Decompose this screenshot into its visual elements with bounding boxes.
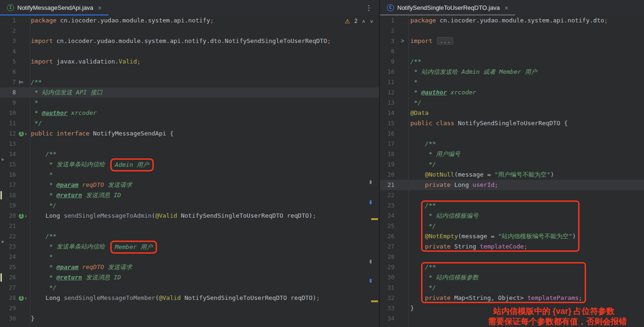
line-number: 5 <box>0 57 16 67</box>
code-line-11[interactable]: 11 */ <box>0 118 379 128</box>
code-line-28[interactable]: 28 <box>380 252 644 262</box>
line-number: 24 <box>380 211 394 221</box>
stripe-mark-info-blue[interactable] <box>370 279 372 283</box>
gutter-slot: > <box>394 36 410 46</box>
code-line-17[interactable]: 17 * @param reqDTO 发送请求 <box>0 180 379 190</box>
code-line-19[interactable]: 19 */ <box>0 200 379 211</box>
gutter-slot: I↓ <box>16 211 31 221</box>
code-line-13[interactable]: 13 <box>0 139 379 149</box>
code-line-18[interactable]: 18 * @return 发送消息 ID <box>0 190 379 200</box>
code-text: */ <box>31 118 42 128</box>
code-line-9[interactable]: 9 * <box>0 98 379 108</box>
code-line-31[interactable]: 31 */ <box>380 283 644 293</box>
code-line-13[interactable]: 13 */ <box>380 98 644 108</box>
close-icon[interactable]: × <box>98 5 102 11</box>
code-line-29[interactable]: 29 <box>0 303 379 313</box>
code-line-1[interactable]: 1package cn.iocoder.yudao.module.system.… <box>380 15 644 26</box>
code-line-10[interactable]: 10 * 站内信发送给 Admin 或者 Member 用户 <box>380 67 644 77</box>
code-text: @NotNull(message = "用户编号不能为空") <box>410 170 554 180</box>
code-line-1[interactable]: 1package cn.iocoder.yudao.module.system.… <box>0 15 379 26</box>
code-line-25[interactable]: 25 * @param reqDTO 发送请求 <box>0 262 379 272</box>
line-number: 9 <box>380 57 394 67</box>
code-line-19[interactable]: 19 */ <box>380 159 644 170</box>
code-line-6[interactable]: 6 <box>0 67 379 77</box>
implemented-arrow-icon: ↓ <box>24 128 27 139</box>
code-line-26[interactable]: 26 * @return 发送消息 ID <box>0 272 379 283</box>
stripe-mark-info-gray[interactable] <box>370 260 372 263</box>
code-text: /** <box>31 231 57 242</box>
code-line-16[interactable]: 16 <box>380 128 644 139</box>
code-line-14[interactable]: 14 /** <box>0 149 379 159</box>
code-text: private Long userId; <box>410 180 498 190</box>
stripe-mark-info-gray[interactable] <box>370 180 372 184</box>
line-number: 8 <box>380 46 394 57</box>
stripe-mark-warning-dash[interactable] <box>371 300 378 302</box>
code-line-8[interactable]: 8 <box>380 46 644 57</box>
code-line-20[interactable]: 20I↓ Long sendSingleMessageToAdmin(@Vali… <box>0 211 379 221</box>
code-line-10[interactable]: 10 * @author xrcoder <box>0 108 379 118</box>
tab-notifysendsingletouserreqdto[interactable]: C NotifySendSingleToUserReqDTO.java × <box>383 0 513 15</box>
code-line-3[interactable]: 3>import ... <box>380 36 644 46</box>
code-text: package cn.iocoder.yudao.module.system.a… <box>31 15 214 26</box>
code-text: @Data <box>410 108 429 118</box>
next-warning-icon[interactable]: ∨ <box>370 19 373 24</box>
code-line-27[interactable]: 27 */ <box>0 283 379 293</box>
code-line-23[interactable]: 23 /** <box>380 200 644 211</box>
line-number: 1 <box>380 15 394 26</box>
code-line-28[interactable]: 28I↓ Long sendSingleMessageToMember(@Val… <box>0 293 379 303</box>
close-icon[interactable]: × <box>504 5 508 11</box>
code-line-15[interactable]: 15 * 发送单条站内信给 Admin 用户 <box>0 159 379 170</box>
toggle-rendered-doc-icon[interactable]: ⊨ <box>19 77 23 87</box>
implemented-icon[interactable]: I <box>19 296 24 301</box>
code-line-17[interactable]: 17 /** <box>380 139 644 149</box>
implemented-icon[interactable]: I <box>19 213 24 219</box>
code-line-7[interactable]: 7⊨/** <box>0 77 379 87</box>
code-line-5[interactable]: 5import javax.validation.Valid; <box>0 57 379 67</box>
code-line-2[interactable]: 2 <box>0 26 379 36</box>
code-text: */ <box>410 221 436 231</box>
code-line-27[interactable]: 27 private String templateCode; <box>380 242 644 252</box>
code-line-24[interactable]: 24 * 站内信模板编号 <box>380 211 644 221</box>
code-line-15[interactable]: 15public class NotifySendSingleToUserReq… <box>380 118 644 128</box>
code-line-23[interactable]: 23 * 发送单条站内信给 Member 用户 <box>0 242 379 252</box>
code-line-21[interactable]: 21 private Long userId; <box>380 180 644 190</box>
code-line-4[interactable]: 4 <box>0 46 379 57</box>
inspections-widget[interactable]: ⚠ 2 ∧ ∨ <box>345 18 373 24</box>
more-options-icon[interactable]: ⋮ <box>365 4 372 12</box>
implemented-icon[interactable]: I <box>19 131 24 136</box>
tab-title: NotifyMessageSendApi.java <box>17 4 93 11</box>
code-line-8[interactable]: 8 * 站内信发送 API 接口 <box>0 87 379 98</box>
code-line-20[interactable]: 20 @NotNull(message = "用户编号不能为空") <box>380 170 644 180</box>
code-line-2[interactable]: 2 <box>380 26 644 36</box>
stripe-mark-warning-dash[interactable] <box>371 218 378 220</box>
code-line-3[interactable]: 3import cn.iocoder.yudao.module.system.a… <box>0 36 379 46</box>
gutter-slot: I↓ <box>16 128 31 139</box>
code-line-30[interactable]: 30} <box>0 313 379 324</box>
tab-notifymessagesendapi[interactable]: I NotifyMessageSendApi.java × <box>3 0 107 15</box>
stripe-mark-info-blue[interactable] <box>370 200 372 204</box>
code-text: * @return 发送消息 ID <box>31 272 121 283</box>
code-line-22[interactable]: 22 /** <box>0 231 379 242</box>
code-line-25[interactable]: 25 */ <box>380 221 644 231</box>
code-editor-right[interactable]: 1package cn.iocoder.yudao.module.system.… <box>380 15 644 327</box>
code-editor-left[interactable]: 1package cn.iocoder.yudao.module.system.… <box>0 15 379 327</box>
prev-warning-icon[interactable]: ∧ <box>362 19 365 24</box>
code-line-12[interactable]: 12 * @author xrcoder <box>380 87 644 98</box>
code-line-12[interactable]: 12I↓public interface NotifyMessageSendAp… <box>0 128 379 139</box>
code-line-30[interactable]: 30 * 站内信模板参数 <box>380 272 644 283</box>
code-line-29[interactable]: 29 /** <box>380 262 644 272</box>
code-line-11[interactable]: 11 * <box>380 77 644 87</box>
code-line-9[interactable]: 9/** <box>380 57 644 67</box>
code-line-14[interactable]: 14@Data <box>380 108 644 118</box>
code-line-22[interactable]: 22 <box>380 190 644 200</box>
code-line-32[interactable]: 32 private Map<String, Object> templateP… <box>380 293 644 303</box>
line-number: 19 <box>380 159 394 170</box>
code-line-21[interactable]: 21 <box>0 221 379 231</box>
code-line-26[interactable]: 26 @NotEmpty(message = "站内信模板编号不能为空") <box>380 231 644 242</box>
fold-arrow-icon[interactable]: > <box>401 35 404 48</box>
code-line-16[interactable]: 16 * <box>0 170 379 180</box>
code-text: /** <box>410 262 436 272</box>
line-number: 10 <box>380 67 394 77</box>
code-line-24[interactable]: 24 * <box>0 252 379 262</box>
code-line-18[interactable]: 18 * 用户编号 <box>380 149 644 159</box>
